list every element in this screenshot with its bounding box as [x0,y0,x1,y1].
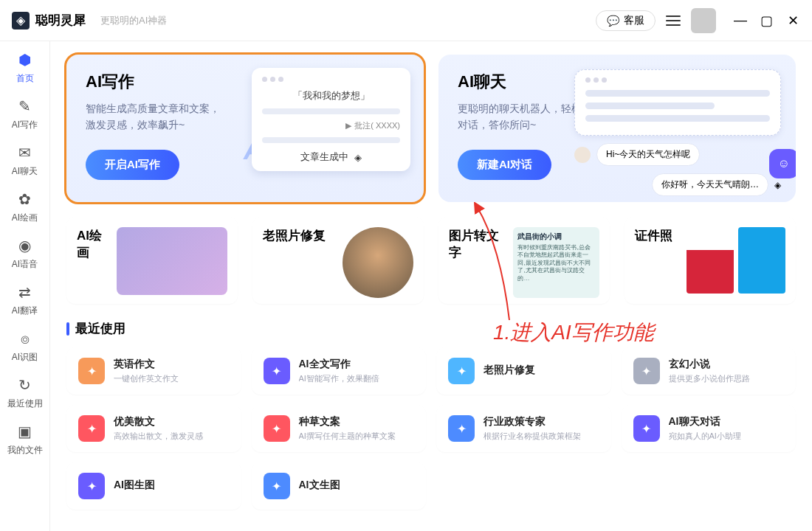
close-button[interactable]: ✕ [787,13,799,29]
feature-title: 图片转文字 [449,227,504,261]
nav-icon: ◉ [16,236,35,255]
support-button[interactable]: 💬 客服 [596,10,656,31]
nav-icon: ⇄ [16,282,35,302]
id-photo-thumb [687,227,785,294]
tool-desc: 宛如真人的AI小助理 [669,431,741,442]
section-recent-header: 最近使用 [66,320,796,337]
message-icon: ☺ [769,149,796,178]
chat-bubble-reply: 你好呀，今天天气晴朗… ◈ [574,173,781,196]
tool-card[interactable]: ✦AI文生图 [252,462,427,510]
nav-icon: ⌾ [16,329,35,348]
support-label: 客服 [624,14,644,27]
tool-title: 种草文案 [299,415,396,428]
tool-icon: ✦ [264,358,290,384]
avatar[interactable] [691,8,716,33]
hero-ai-chat[interactable]: AI聊天 更聪明的聊天机器人，轻松对话，答你所问~ 新建AI对话 Hi~今天的天… [438,55,796,202]
feature-ai-drawing[interactable]: AI绘画 [66,217,238,304]
app-logo-icon: ◈ [12,12,30,30]
preview-note: ▶ 批注( XXXX) [262,120,400,131]
preview-title: 「我和我的梦想」 [262,89,400,103]
tool-desc: AI撰写任何主题的种草文案 [299,431,396,442]
nav-label: 最近使用 [7,398,43,410]
tool-icon: ✦ [78,358,105,384]
nav-icon: ▣ [16,422,35,441]
minimize-button[interactable]: — [734,13,746,29]
menu-button[interactable] [666,13,681,29]
tool-title: AI聊天对话 [669,415,741,428]
writing-preview-panel: 「我和我的梦想」 ▶ 批注( XXXX) 文章生成中◈ [252,68,410,171]
tool-title: 玄幻小说 [669,358,750,371]
sidebar-item-6[interactable]: ⌾AI识图 [0,329,49,364]
feature-title: 证件照 [635,227,672,244]
sidebar-item-1[interactable]: ✎AI写作 [0,97,49,131]
nav-icon: ✉ [16,143,35,162]
sidebar-item-8[interactable]: ▣我的文件 [0,422,49,457]
preview-status: 文章生成中◈ [262,150,400,164]
chat-preview-panel: Hi~今天的天气怎样呢 你好呀，今天天气晴朗… ◈ [574,69,781,196]
maximize-button[interactable]: ▢ [760,13,772,29]
tool-icon: ✦ [448,358,475,384]
tool-desc: AI智能写作，效果翻倍 [299,373,379,384]
sidebar-item-5[interactable]: ⇄AI翻译 [0,282,49,317]
nav-label: AI翻译 [12,305,38,317]
tool-card[interactable]: ✦玄幻小说提供更多小说创作思路 [622,347,796,395]
sidebar-item-7[interactable]: ↻最近使用 [0,375,49,410]
avatar-icon [574,147,591,163]
titlebar: ◈ 聪明灵犀 更聪明的AI神器 💬 客服 — ▢ ✕ [0,0,812,41]
sidebar: ⬢首页✎AI写作✉AI聊天✿AI绘画◉AI语音⇄AI翻译⌾AI识图↻最近使用▣我… [0,41,50,531]
tool-icon: ✦ [448,415,475,442]
tool-title: 行业政策专家 [484,415,581,428]
tool-card[interactable]: ✦AI聊天对话宛如真人的AI小助理 [622,405,796,452]
tool-card[interactable]: ✦种草文案AI撰写任何主题的种草文案 [252,405,427,452]
tool-icon: ✦ [264,415,290,442]
tool-title: 老照片修复 [484,364,535,377]
chat-bubble-user: Hi~今天的天气怎样呢 [574,143,781,166]
drawing-thumb [117,227,227,295]
feature-photo-restore[interactable]: 老照片修复 [252,217,424,304]
hero-desc: 智能生成高质量文章和文案，激发灵感，效率飙升~ [86,100,241,133]
app-name: 聪明灵犀 [35,12,86,29]
main-content: AI写作 智能生成高质量文章和文案，激发灵感，效率飙升~ 开启AI写作 AI 「… [50,41,812,531]
restore-thumb [343,227,413,298]
nav-icon: ✎ [16,97,35,116]
sidebar-item-0[interactable]: ⬢首页 [0,50,49,85]
start-ai-writing-button[interactable]: 开启AI写作 [86,150,179,180]
tool-card[interactable]: ✦老照片修复 [436,347,611,395]
sidebar-item-2[interactable]: ✉AI聊天 [0,143,49,178]
tool-card[interactable]: ✦英语作文一键创作英文作文 [66,347,241,395]
section-title: 最近使用 [75,320,125,337]
tool-desc: 一键创作英文作文 [114,373,179,384]
app-small-icon: ◈ [774,180,781,190]
tool-title: AI文生图 [299,479,340,492]
feature-id-photo[interactable]: 证件照 [625,217,796,304]
tool-title: AI全文写作 [299,358,379,371]
tool-card[interactable]: ✦行业政策专家根据行业名称提供政策框架 [436,405,611,452]
tool-icon: ✦ [78,415,105,442]
new-ai-chat-button[interactable]: 新建AI对话 [458,150,551,180]
app-tagline: 更聪明的AI神器 [100,14,167,27]
nav-label: AI语音 [12,258,38,271]
tool-icon: ✦ [633,358,660,384]
nav-icon: ⬢ [16,50,35,69]
chat-icon: 💬 [607,15,619,27]
ocr-thumb: 武昌街的小调 有时候到重庆南路买书,总会不自觉地想起武昌街来走一回,最近发现武昌… [513,227,599,298]
nav-label: 我的文件 [7,444,43,457]
tool-desc: 高效输出散文，激发灵感 [114,431,203,442]
feature-ocr[interactable]: 图片转文字 武昌街的小调 有时候到重庆南路买书,总会不自觉地想起武昌街来走一回,… [438,217,610,304]
tool-card[interactable]: ✦AI图生图 [66,462,241,510]
tool-card[interactable]: ✦AI全文写作AI智能写作，效果翻倍 [252,347,427,395]
sidebar-item-4[interactable]: ◉AI语音 [0,236,49,271]
tool-card[interactable]: ✦优美散文高效输出散文，激发灵感 [66,405,241,452]
sidebar-item-3[interactable]: ✿AI绘画 [0,190,49,224]
tool-title: AI图生图 [114,479,155,492]
feature-title: 老照片修复 [263,227,326,244]
tool-title: 优美散文 [114,415,203,428]
hero-ai-writing[interactable]: AI写作 智能生成高质量文章和文案，激发灵感，效率飙升~ 开启AI写作 AI 「… [66,55,424,202]
status-icon: ◈ [354,152,362,163]
nav-label: AI绘画 [12,212,38,224]
logo: ◈ 聪明灵犀 更聪明的AI神器 [12,12,167,30]
tool-desc: 提供更多小说创作思路 [669,373,750,384]
tool-icon: ✦ [78,473,105,499]
tool-icon: ✦ [264,473,290,499]
recent-grid: ✦英语作文一键创作英文作文✦AI全文写作AI智能写作，效果翻倍✦老照片修复✦玄幻… [66,347,796,510]
